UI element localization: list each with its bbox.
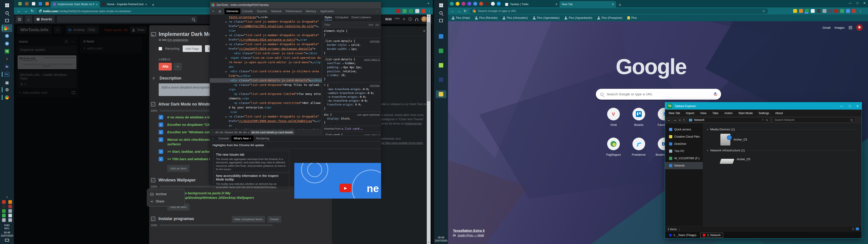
expand-arrow-icon[interactable]: ▼ [225, 42, 227, 47]
style-rule[interactable]: element.style {} [322, 28, 381, 38]
bookmark-2[interactable]: Plus (Atrasados) [502, 16, 528, 20]
search-button[interactable] [2, 9, 12, 17]
minimize-button[interactable]: — [840, 104, 843, 108]
te-menu-action[interactable]: Action [724, 111, 733, 115]
devtools-tab-console[interactable]: Console [240, 8, 255, 14]
google-apps-icon[interactable] [848, 26, 852, 29]
bookmark-star-icon[interactable]: ☆ [762, 9, 765, 13]
te-search-box[interactable]: Search Network [772, 117, 855, 123]
collapse-chevron-icon[interactable]: ∨ [707, 128, 708, 130]
back-button[interactable]: ← [451, 9, 454, 13]
user-avatar[interactable] [421, 16, 427, 22]
breadcrumb-item[interactable]: div [234, 131, 238, 134]
details-view-icon[interactable]: ⠿ [852, 227, 854, 231]
navy-app-taskbar-button[interactable] [436, 76, 446, 84]
te-title-bar[interactable]: TE Tabbed Explorer — □ X [665, 102, 862, 110]
stop-hand-extension-icon[interactable] [422, 9, 426, 13]
bookmark-4[interactable]: Plus (Aguardando) [564, 16, 592, 20]
toolbar-close-icon[interactable]: × [428, 2, 429, 5]
blue-chart-pinned-tab[interactable] [37, 2, 44, 6]
green-doc-pinned-tab[interactable] [17, 2, 24, 6]
pseudo-toggle[interactable]: :hov [368, 23, 373, 26]
stylesheet-link[interactable]: user agent stylesheet [357, 113, 380, 117]
tab-close-icon[interactable]: × [145, 3, 147, 6]
taskbar-clock[interactable]: 00:4822/07/2020 [435, 236, 447, 242]
calendar-dark-extension-icon[interactable] [829, 9, 832, 13]
sidebar-item-creativecloudfiles[interactable]: Creative Cloud Files [665, 133, 703, 140]
plus-week-stat[interactable]: W30 [385, 18, 392, 21]
stop-red-extension-icon[interactable] [852, 9, 856, 13]
volume-tray-icon[interactable] [8, 214, 12, 217]
breadcrumb-item[interactable]: div.list-card-details.js-card-details [250, 130, 294, 135]
elements-tree[interactable]: texto-orientacao">…</a>▶<a class="list-c… [210, 14, 322, 129]
red-chart-favicon[interactable] [479, 2, 483, 6]
te-menu-import[interactable]: Import [686, 111, 694, 115]
plus-less-toggle[interactable]: Less [395, 17, 400, 20]
bookmark-3[interactable]: Plus (Agendadas) [533, 16, 559, 20]
bookmark-6[interactable]: Plus [627, 16, 637, 20]
expand-arrow-icon[interactable]: ▶ [341, 67, 343, 69]
code-line[interactable]: <div class="list-card-cover js-card-cove… [229, 51, 321, 56]
touch-keyboard-button[interactable] [2, 237, 12, 243]
shortcut-boards[interactable]: Boards [626, 108, 651, 126]
drawer-tab-console[interactable]: Console [216, 135, 231, 142]
greenshot-taskbar-button[interactable] [436, 61, 446, 69]
dark-circle-extension-icon[interactable] [817, 9, 820, 13]
red-app-tray-icon[interactable] [8, 205, 12, 208]
styles-tab-event-listeners[interactable]: Event Listeners [351, 16, 371, 20]
star-yellow-extension-icon[interactable] [793, 9, 797, 13]
scroll-down-icon[interactable]: ▼ [428, 241, 430, 244]
hourglass-taskbar-button[interactable] [2, 78, 12, 86]
wallpaper-author-link[interactable]: Justin Prno — Walli [458, 234, 484, 237]
drawer-menu-icon[interactable]: ⋮ [210, 137, 216, 140]
expand-arrow-icon[interactable]: ▶ [225, 69, 227, 74]
google-search-box[interactable]: Search Google or type a URL [596, 89, 721, 100]
thumbnail-view-icon[interactable] [856, 227, 859, 230]
pin-blue-extension-icon[interactable] [846, 9, 850, 13]
printer-tray-icon[interactable] [2, 218, 6, 222]
dark-app-tray-icon[interactable] [2, 205, 6, 208]
style-rule[interactable]: <style>* {-moz-transform-origin: 0 0;-we… [322, 83, 381, 112]
chrome-alt-taskbar-button[interactable] [2, 94, 12, 101]
notes-green-extension-icon[interactable] [840, 9, 844, 13]
chrome-tab-1[interactable]: New TabX [559, 1, 616, 7]
teal-circle-favicon[interactable] [450, 2, 454, 6]
devtools-tab-elements[interactable]: Elements [224, 8, 240, 14]
boards-button[interactable]: Boards [34, 16, 55, 23]
cloud-tray-icon[interactable] [8, 209, 12, 213]
new-tab-button[interactable]: + [152, 3, 154, 7]
code-line[interactable]: <p class="list-card-dropzone-restricted"… [229, 101, 321, 110]
stylesheet-link[interactable]: core.less:2 [364, 133, 380, 135]
bookmark-1[interactable]: Plus (Revisão) [475, 16, 498, 20]
bridge-taskbar-button[interactable]: Br [2, 63, 12, 70]
history-dropdown-icon[interactable]: ∨ [679, 119, 681, 121]
instagram-favicon[interactable] [462, 2, 465, 6]
expand-arrow-icon[interactable]: ▶ [225, 115, 227, 119]
shortcut-pagseguro[interactable]: PagSeguro [601, 138, 626, 156]
breadcrumb-item[interactable]: div [239, 131, 242, 134]
photoshop-taskbar-button[interactable]: Ps [2, 70, 12, 78]
green-circle-taskbar-button[interactable] [436, 47, 446, 55]
yellow-ring-favicon[interactable] [456, 2, 460, 6]
add-label-button[interactable]: + [174, 63, 182, 70]
scroll-up-icon[interactable]: ▲ [428, 15, 430, 17]
bookmark-0[interactable]: Plus (Hoje) [452, 16, 470, 20]
hourglass-white-pinned-tab[interactable] [30, 2, 37, 6]
add-flags-button[interactable]: Add Flags [183, 45, 202, 52]
person-gray-extension-icon[interactable] [823, 9, 827, 13]
expand-arrow-icon[interactable]: ▶ [349, 48, 351, 50]
create-button[interactable]: + [403, 17, 405, 22]
teal-badge-extension-icon[interactable]: 2:11 [805, 9, 809, 13]
item-checkbox[interactable]: ✓ [159, 115, 163, 120]
reload-button[interactable]: ↻ [31, 9, 34, 13]
archive-action[interactable]: Archive [147, 190, 185, 198]
devtools-tab-performance[interactable]: Performance [284, 8, 304, 14]
clock-outline-favicon[interactable] [491, 2, 495, 6]
bookmark-5[interactable]: Plus (Pesquisar) [597, 16, 622, 20]
adobe-red-extension-icon[interactable] [834, 9, 838, 13]
item-checkbox[interactable]: ✓ [159, 130, 163, 134]
monitor-tray-icon[interactable] [8, 218, 12, 222]
chrome-tab-0[interactable]: Tarefas | TrelloX [503, 1, 559, 7]
start-button[interactable] [2, 1, 12, 9]
omnibox[interactable]: Search Google or type a URL ☆ [470, 8, 768, 14]
